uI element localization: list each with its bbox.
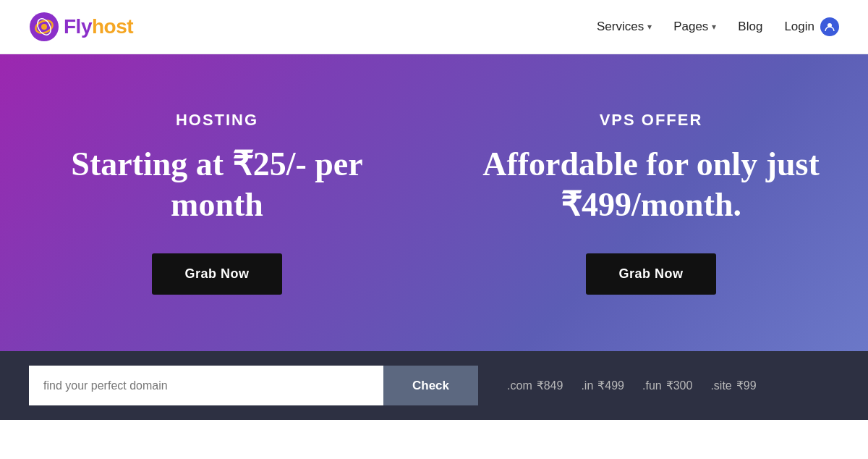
hosting-title: Starting at ₹25/- per month <box>29 144 405 224</box>
chevron-down-icon: ▾ <box>712 22 716 32</box>
check-button[interactable]: Check <box>383 366 478 405</box>
nav-login[interactable]: Login <box>784 17 839 36</box>
nav-pages[interactable]: Pages ▾ <box>673 20 716 34</box>
domain-price-in: .in ₹499 <box>581 379 624 392</box>
domain-search-bar: Check .com ₹849 .in ₹499 .fun ₹300 .site… <box>0 351 868 420</box>
hosting-grab-button[interactable]: Grab Now <box>152 253 281 295</box>
hero-section: HOSTING Starting at ₹25/- per month Grab… <box>0 54 868 351</box>
domain-price-site: .site ₹99 <box>710 379 756 392</box>
hero-right: VPS OFFER Affordable for only just ₹499/… <box>434 54 868 351</box>
user-icon <box>820 17 839 36</box>
nav-links: Services ▾ Pages ▾ Blog Login <box>597 17 839 36</box>
vps-category: VPS OFFER <box>600 111 703 130</box>
domain-price-fun: .fun ₹300 <box>642 379 692 392</box>
vps-title: Affordable for only just ₹499/month. <box>463 144 839 224</box>
navbar: Flyhost Services ▾ Pages ▾ Blog Login <box>0 0 868 54</box>
hero-left: HOSTING Starting at ₹25/- per month Grab… <box>0 54 434 351</box>
domain-input-wrapper <box>29 366 383 405</box>
domain-price-com: .com ₹849 <box>507 379 563 392</box>
logo-icon <box>29 12 59 42</box>
hosting-category: HOSTING <box>176 111 258 130</box>
svg-point-3 <box>41 24 47 30</box>
bottom-section: Cloud Hosting Plans & Pricing <box>0 420 868 459</box>
domain-search-input[interactable] <box>29 366 383 405</box>
logo[interactable]: Flyhost <box>29 12 133 42</box>
vps-grab-button[interactable]: Grab Now <box>586 253 715 295</box>
logo-text: Flyhost <box>64 15 133 38</box>
domain-prices: .com ₹849 .in ₹499 .fun ₹300 .site ₹99 <box>507 379 839 392</box>
nav-services[interactable]: Services ▾ <box>597 20 652 34</box>
nav-blog[interactable]: Blog <box>738 20 762 34</box>
chevron-down-icon: ▾ <box>647 22 652 32</box>
